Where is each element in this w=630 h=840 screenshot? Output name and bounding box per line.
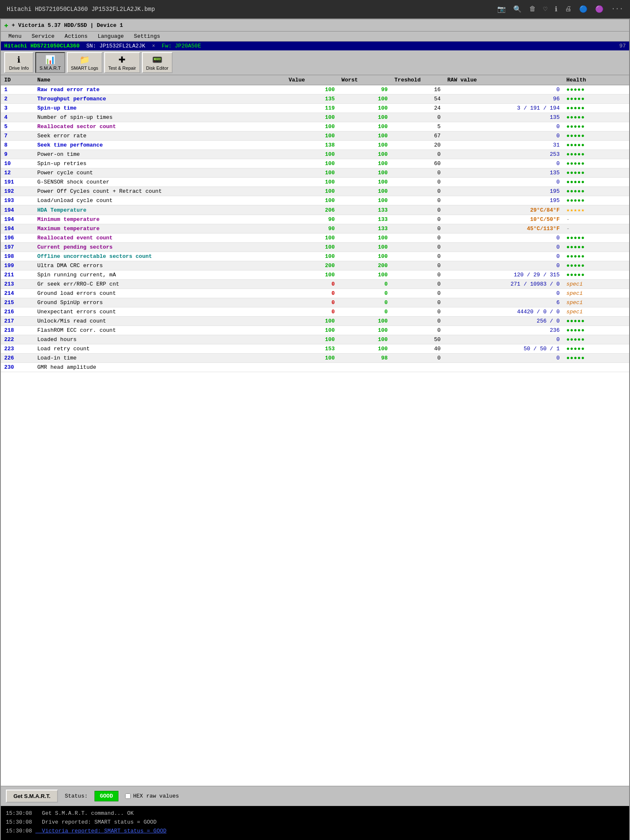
- cell-health: ●●●●●: [563, 234, 629, 243]
- cell-id: 197: [1, 243, 34, 252]
- cell-raw: 0: [444, 243, 563, 252]
- cell-value: 100: [285, 122, 338, 131]
- cell-id: 222: [1, 335, 34, 344]
- cell-worst: 200: [338, 261, 391, 270]
- cell-raw: 0: [444, 131, 563, 141]
- menu-language[interactable]: Language: [93, 32, 128, 40]
- table-header-row: ID Name Value Worst Treshold RAW value H…: [1, 75, 629, 85]
- cell-value: 100: [285, 187, 338, 196]
- log-time-1: 15:30:08: [6, 810, 32, 816]
- cell-threshold: 0: [391, 326, 444, 335]
- col-header-name: Name: [34, 75, 285, 85]
- cell-id: 215: [1, 298, 34, 307]
- cell-name: Spin running current, mA: [34, 270, 285, 280]
- cell-worst: 99: [338, 85, 391, 94]
- toolbar-test-repair[interactable]: ✚ Test & Repair: [104, 52, 140, 73]
- disk-editor-label: Disk Editor: [146, 66, 168, 71]
- table-row: 192Power Off Cycles count + Retract coun…: [1, 187, 629, 196]
- cell-health: ●●●●●: [563, 270, 629, 280]
- table-row: 211Spin running current, mA1001000120 / …: [1, 270, 629, 280]
- cell-threshold: [391, 363, 444, 372]
- table-row: 8Seek time perfomance1381002031●●●●●: [1, 141, 629, 150]
- get-smart-button[interactable]: Get S.M.A.R.T.: [6, 790, 58, 803]
- menu-menu[interactable]: Menu: [4, 32, 26, 40]
- cell-name: Current pending sectors: [34, 243, 285, 252]
- col-header-id: ID: [1, 75, 34, 85]
- cell-raw: 0: [444, 354, 563, 363]
- tab-close-icon[interactable]: ×: [152, 43, 155, 49]
- hex-label: HEX raw values: [133, 793, 179, 799]
- smart-table: ID Name Value Worst Treshold RAW value H…: [1, 75, 629, 372]
- toolbar-smart-logs[interactable]: 📁 SMART Logs: [67, 52, 102, 73]
- print-icon[interactable]: 🖨: [565, 5, 572, 13]
- cell-raw: 256 / 0: [444, 317, 563, 326]
- col-header-raw: RAW value: [444, 75, 563, 85]
- cell-health: ●●●●●: [563, 344, 629, 354]
- status-value: GOOD: [94, 791, 118, 801]
- more-icon[interactable]: ···: [611, 5, 623, 13]
- cell-threshold: 0: [391, 270, 444, 280]
- hex-raw-checkbox[interactable]: [125, 793, 131, 799]
- cell-id: 191: [1, 178, 34, 187]
- menu-actions[interactable]: Actions: [60, 32, 92, 40]
- cell-value: 100: [285, 243, 338, 252]
- menu-service[interactable]: Service: [27, 32, 59, 40]
- table-row: 191G-SENSOR shock counter10010000●●●●●: [1, 178, 629, 187]
- cell-value: 0: [285, 307, 338, 317]
- trash-icon[interactable]: 🗑: [529, 5, 536, 13]
- cell-threshold: 0: [391, 289, 444, 298]
- cell-worst: 98: [338, 354, 391, 363]
- toolbar-smart[interactable]: 📊 S.M.A.R.T: [35, 52, 65, 73]
- table-row: 12Power cycle count1001000135●●●●●: [1, 168, 629, 178]
- cell-name: Throughput perfomance: [34, 94, 285, 104]
- log-text-3[interactable]: Victoria reported: SMART status = GOOD: [35, 828, 166, 834]
- cell-threshold: 5: [391, 122, 444, 131]
- cell-raw: 0: [444, 122, 563, 131]
- cell-value: 100: [285, 196, 338, 205]
- blue-circle-icon[interactable]: 🔵: [579, 5, 588, 13]
- cell-worst: 100: [338, 234, 391, 243]
- cell-worst: 100: [338, 243, 391, 252]
- cell-value: 100: [285, 234, 338, 243]
- cell-health: speci: [563, 307, 629, 317]
- smart-table-body: 1Raw read error rate10099160●●●●●2Throug…: [1, 85, 629, 372]
- search-icon[interactable]: 🔍: [513, 5, 522, 13]
- cell-value: 200: [285, 261, 338, 270]
- cell-id: 216: [1, 307, 34, 317]
- cell-name: GMR head amplitude: [34, 363, 285, 372]
- cell-value: 90: [285, 224, 338, 234]
- cell-value: 100: [285, 178, 338, 187]
- cell-health: ●●●●●: [563, 178, 629, 187]
- heart-icon[interactable]: ♡: [543, 5, 548, 13]
- info-icon[interactable]: ℹ: [555, 5, 557, 13]
- toolbar-drive-info[interactable]: ℹ Drive Info: [4, 52, 34, 73]
- table-row: 4Number of spin-up times1001000135●●●●●: [1, 113, 629, 122]
- toolbar-disk-editor[interactable]: 📟 Disk Editor: [142, 52, 173, 73]
- cell-worst: 100: [338, 317, 391, 326]
- cell-worst: 100: [338, 187, 391, 196]
- table-row: 194Maximum temperature90133045°C/113°F-: [1, 224, 629, 234]
- table-row: 9Power-on time1001000253●●●●●: [1, 150, 629, 159]
- tab-fw: Fw: JP20A50E: [162, 43, 201, 49]
- cell-raw: 0: [444, 159, 563, 168]
- cell-name: Load/unload cycle count: [34, 196, 285, 205]
- title-icons: 📷 🔍 🗑 ♡ ℹ 🖨 🔵 🟣 ···: [497, 5, 623, 13]
- tab-serial: SN: JP1532FL2LA2JK: [86, 43, 145, 49]
- photo-icon[interactable]: 📷: [497, 5, 506, 13]
- cell-name: Ultra DMA CRC errors: [34, 261, 285, 270]
- purple-circle-icon[interactable]: 🟣: [595, 5, 604, 13]
- cell-name: Spin-up retries: [34, 159, 285, 168]
- table-row: 226Load-in time1009800●●●●●: [1, 354, 629, 363]
- cell-value: 100: [285, 85, 338, 94]
- cell-worst: 100: [338, 270, 391, 280]
- cell-name: Reallocated sector count: [34, 122, 285, 131]
- menu-settings[interactable]: Settings: [130, 32, 164, 40]
- cell-raw: 271 / 10983 / 0: [444, 280, 563, 289]
- log-time-3: 15:30:08: [6, 828, 32, 834]
- cell-raw: 135: [444, 168, 563, 178]
- cell-worst: 100: [338, 150, 391, 159]
- tab-device-name[interactable]: Hitachi HDS721050CLA360: [4, 43, 79, 49]
- cell-threshold: 0: [391, 261, 444, 270]
- cell-id: 193: [1, 196, 34, 205]
- hex-checkbox-label[interactable]: HEX raw values: [125, 793, 179, 799]
